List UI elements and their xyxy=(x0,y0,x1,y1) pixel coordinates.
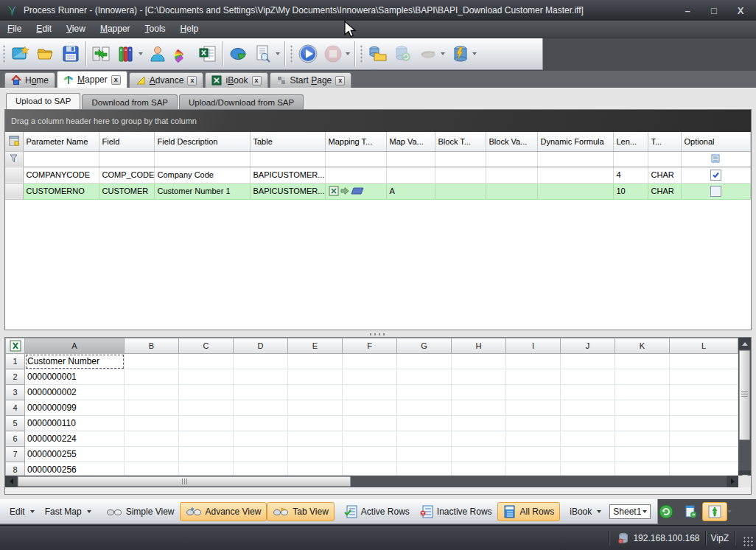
cell-field-description[interactable]: Company Code xyxy=(154,167,250,183)
row-indicator[interactable] xyxy=(5,183,23,199)
tab-home[interactable]: Home xyxy=(4,72,55,88)
cell-table[interactable]: BAPICUSTOMER... xyxy=(250,167,325,183)
sheet-cell-I7[interactable] xyxy=(506,447,561,462)
sheet-cell-K1[interactable] xyxy=(615,354,670,369)
sheet-cell-I1[interactable] xyxy=(506,354,561,369)
cell-field[interactable]: CUSTOMER xyxy=(99,183,154,199)
sheet-cell-K5[interactable] xyxy=(615,416,670,431)
run-dropdown[interactable] xyxy=(346,52,350,55)
cell-block-value[interactable] xyxy=(486,167,537,183)
sheet-column-header-e[interactable]: E xyxy=(288,338,343,354)
minimize-button[interactable]: – xyxy=(681,5,694,16)
sheet-column-header-h[interactable]: H xyxy=(452,338,506,354)
sheet-cell-K6[interactable] xyxy=(615,431,670,447)
save-button[interactable] xyxy=(58,41,83,67)
optional-checkbox-unchecked[interactable] xyxy=(710,186,721,197)
sheet-cell-D2[interactable] xyxy=(234,369,288,385)
tab-start-page-close-icon[interactable]: x xyxy=(335,76,345,86)
resize-grip[interactable] xyxy=(743,536,753,546)
sheet-cell-A5[interactable]: 0000000110 xyxy=(25,416,125,431)
sheet-cell-B5[interactable] xyxy=(125,416,179,431)
sheet-cell-E3[interactable] xyxy=(288,385,343,400)
filter-cell[interactable] xyxy=(486,151,537,167)
sheet-cell-G6[interactable] xyxy=(397,431,452,447)
sheet-cell-E1[interactable] xyxy=(288,354,343,369)
run-button[interactable] xyxy=(295,41,321,67)
cell-table[interactable]: BAPICUSTOMER... xyxy=(250,183,325,199)
grid-column-header-mapping-t[interactable]: Mapping T... xyxy=(325,132,386,151)
tab-mapper[interactable]: Mapper x xyxy=(57,71,127,88)
sheet-cell-G2[interactable] xyxy=(397,369,452,385)
cell-mapping-type[interactable] xyxy=(325,167,386,183)
sheet-column-header-c[interactable]: C xyxy=(179,338,234,354)
sheet-cell-K7[interactable] xyxy=(615,447,670,462)
sheet-cell-I2[interactable] xyxy=(506,369,561,385)
toolbar-grip[interactable] xyxy=(290,44,293,63)
sheet-cell-J6[interactable] xyxy=(561,431,615,447)
scroll-left-icon[interactable] xyxy=(5,476,17,487)
sheet-cell-F3[interactable] xyxy=(343,385,397,400)
menu-help[interactable]: Help xyxy=(173,21,206,38)
sheet-cell-F1[interactable] xyxy=(343,354,397,369)
sheet-cell-C7[interactable] xyxy=(179,447,234,462)
subtab-upload-download-from-sap[interactable]: Upload/Download from SAP xyxy=(179,94,304,109)
menu-tools[interactable]: Tools xyxy=(138,21,173,38)
sheet-cell-H5[interactable] xyxy=(452,416,506,431)
cell-length[interactable]: 4 xyxy=(613,167,648,183)
sheet-cell-L2[interactable] xyxy=(670,369,738,385)
edit-menu-button[interactable]: Edit xyxy=(4,502,40,521)
sync-dropdown[interactable] xyxy=(727,510,732,513)
cell-field[interactable]: COMP_CODE xyxy=(99,167,154,183)
filter-cell[interactable] xyxy=(23,151,99,167)
filter-cell[interactable] xyxy=(435,151,486,167)
maximize-button[interactable]: □ xyxy=(707,5,721,16)
sheet-cell-F5[interactable] xyxy=(343,416,397,431)
filter-cell[interactable] xyxy=(250,151,325,167)
grid-column-header-dynamic-formula[interactable]: Dynamic Formula xyxy=(537,132,613,151)
filter-cell[interactable] xyxy=(648,151,681,167)
sheet-cell-B4[interactable] xyxy=(125,400,179,416)
sheet-cell-H7[interactable] xyxy=(452,447,506,462)
cell-type[interactable]: CHAR xyxy=(648,167,681,183)
sheet-column-header-b[interactable]: B xyxy=(125,338,179,354)
sheet-column-header-f[interactable]: F xyxy=(343,338,397,354)
grid-row-customerno[interactable]: CUSTOMERNO CUSTOMER Customer Number 1 BA… xyxy=(5,183,751,199)
sheet-cell-L5[interactable] xyxy=(670,416,738,431)
sheet-cell-L4[interactable] xyxy=(670,400,738,416)
cell-parameter-name[interactable]: COMPANYCODE xyxy=(23,167,99,183)
refresh-sheet-button[interactable] xyxy=(654,502,679,521)
sheet-cell-L7[interactable] xyxy=(670,447,738,462)
new-mapper-button[interactable] xyxy=(8,41,33,67)
sheet-column-header-a[interactable]: A xyxy=(25,338,125,354)
menu-view[interactable]: View xyxy=(59,21,93,38)
sheet-cell-D6[interactable] xyxy=(234,431,288,447)
grid-column-header-table[interactable]: Table xyxy=(250,132,325,151)
grid-row-companycode[interactable]: COMPANYCODE COMP_CODE Company Code BAPIC… xyxy=(5,167,751,183)
sheet-cell-E5[interactable] xyxy=(288,416,343,431)
grid-column-header-field-description[interactable]: Field Description xyxy=(154,132,250,151)
cell-optional[interactable] xyxy=(681,183,751,199)
sheet-cell-G1[interactable] xyxy=(397,354,452,369)
cell-block-type[interactable] xyxy=(435,183,486,199)
cell-type[interactable]: CHAR xyxy=(648,183,681,199)
sheet-cell-B7[interactable] xyxy=(125,447,179,462)
sheet-cell-K4[interactable] xyxy=(615,400,670,416)
grid-column-header-parameter-name[interactable]: Parameter Name xyxy=(23,132,99,151)
pie-chart-button[interactable] xyxy=(225,41,251,67)
advance-view-button[interactable]: Advance View xyxy=(180,502,267,521)
sheet-cell-E7[interactable] xyxy=(288,447,343,462)
filter-row-indicator[interactable] xyxy=(5,151,23,167)
sheet-cell-I5[interactable] xyxy=(506,416,561,431)
sheet-cell-F6[interactable] xyxy=(343,431,397,447)
filter-cell[interactable] xyxy=(99,151,154,167)
sheet-cell-H2[interactable] xyxy=(452,369,506,385)
sheet-column-header-d[interactable]: D xyxy=(234,338,288,354)
close-button[interactable]: X xyxy=(734,5,747,16)
filter-cell-optional[interactable] xyxy=(681,151,751,167)
sheet-row-header-2[interactable]: 2 xyxy=(6,369,25,385)
menu-edit[interactable]: Edit xyxy=(29,21,59,38)
sheet-row-header-6[interactable]: 6 xyxy=(6,431,25,447)
sheet-cell-L1[interactable] xyxy=(670,354,738,369)
scroll-up-icon[interactable] xyxy=(738,338,751,349)
horizontal-scroll-thumb[interactable] xyxy=(18,476,351,487)
